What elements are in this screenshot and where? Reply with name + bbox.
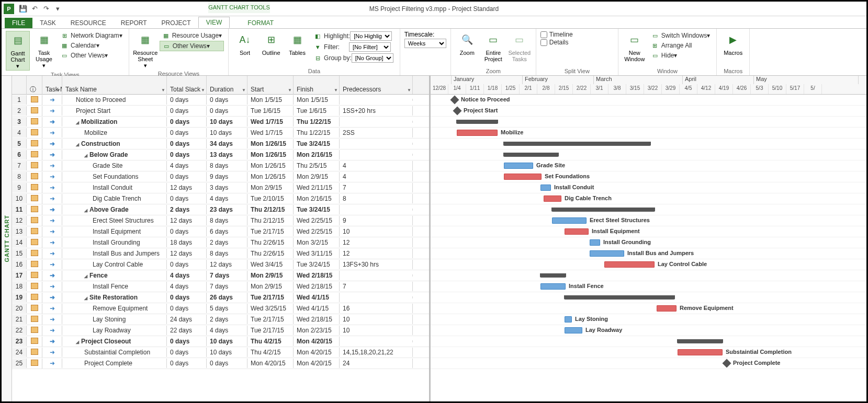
mode-cell[interactable]: ➜ [42, 238, 62, 247]
mode-cell[interactable]: ➜ [42, 95, 62, 105]
name-cell[interactable]: Lay Stoning [62, 315, 167, 324]
mode-cell[interactable]: ➜ [42, 348, 62, 357]
dur-cell[interactable]: 9 days [207, 172, 247, 181]
slack-cell[interactable]: 0 days [167, 128, 207, 137]
name-cell[interactable]: Project Complete [62, 359, 167, 368]
dur-cell[interactable]: 12 days [207, 260, 247, 269]
collapse-icon[interactable] [84, 294, 89, 301]
finish-cell[interactable]: Tue 3/24/15 [294, 139, 340, 148]
dur-cell[interactable]: 10 days [207, 348, 247, 357]
milestone-marker[interactable] [723, 359, 731, 368]
gantt-bar[interactable] [565, 316, 572, 323]
mode-cell[interactable]: ➜ [42, 337, 62, 346]
col-finish[interactable]: Finish▼ [294, 76, 340, 94]
dur-cell[interactable]: 10 days [207, 337, 247, 346]
dur-cell[interactable]: 3 days [207, 183, 247, 192]
finish-cell[interactable]: Thu 2/5/15 [294, 161, 340, 170]
slack-cell[interactable]: 0 days [167, 139, 207, 148]
mode-cell[interactable]: ➜ [42, 304, 62, 313]
mode-cell[interactable]: ➜ [42, 216, 62, 225]
slack-cell[interactable]: 0 days [167, 117, 207, 126]
slack-cell[interactable]: 12 days [167, 249, 207, 258]
slack-cell[interactable]: 18 days [167, 238, 207, 247]
qat-dropdown-icon[interactable]: ▾ [52, 3, 63, 15]
collapse-icon[interactable] [84, 151, 89, 158]
name-cell[interactable]: Install Bus and Jumpers [62, 249, 167, 258]
mode-cell[interactable]: ➜ [42, 205, 62, 214]
dur-cell[interactable]: 5 days [207, 304, 247, 313]
name-cell[interactable]: Project Closeout [62, 337, 167, 346]
dur-cell[interactable]: 2 days [207, 238, 247, 247]
name-cell[interactable]: Install Fence [62, 282, 167, 291]
slack-cell[interactable]: 0 days [167, 172, 207, 181]
gantt-bar[interactable] [457, 130, 498, 136]
table-row[interactable]: 18➜Install Fence4 days7 daysMon 2/9/15We… [12, 281, 429, 292]
gantt-bar[interactable] [504, 163, 533, 169]
dur-cell[interactable]: 23 days [207, 205, 247, 214]
tab-format[interactable]: FORMAT [240, 18, 281, 28]
pred-cell[interactable]: 14,15,18,20,21,22 [340, 348, 413, 357]
start-cell[interactable]: Wed 1/7/15 [247, 128, 294, 137]
new-window-button[interactable]: ▭New Window [623, 31, 647, 63]
dur-cell[interactable]: 7 days [207, 282, 247, 291]
mode-cell[interactable]: ➜ [42, 161, 62, 170]
name-cell[interactable]: Install Conduit [62, 183, 167, 192]
view-sidebar[interactable]: GANTT CHART [2, 76, 12, 401]
start-cell[interactable]: Mon 2/9/15 [247, 271, 294, 280]
row-number[interactable]: 16 [12, 260, 27, 269]
pred-cell[interactable]: 24 [340, 359, 413, 368]
name-cell[interactable]: Site Restoration [62, 293, 167, 302]
tab-project[interactable]: PROJECT [154, 18, 198, 28]
gantt-bar[interactable] [544, 195, 561, 202]
gantt-bar[interactable] [590, 250, 624, 257]
start-cell[interactable]: Tue 2/17/15 [247, 315, 294, 324]
name-cell[interactable]: Lay Roadway [62, 326, 167, 335]
finish-cell[interactable]: Wed 2/11/15 [294, 183, 340, 192]
gantt-bar[interactable] [678, 349, 723, 355]
name-cell[interactable]: Set Foundations [62, 172, 167, 181]
start-cell[interactable]: Mon 4/20/15 [247, 359, 294, 368]
mode-cell[interactable]: ➜ [42, 150, 62, 159]
gantt-bar[interactable] [540, 283, 566, 290]
table-row[interactable]: 22➜Lay Roadway22 days4 daysTue 2/17/15Mo… [12, 325, 429, 336]
gantt-chart[interactable]: JanuaryFebruaryMarchAprilMay 12/281/41/1… [431, 76, 866, 401]
row-number[interactable]: 7 [12, 161, 27, 170]
slack-cell[interactable]: 12 days [167, 183, 207, 192]
table-row[interactable]: 23➜Project Closeout0 days10 daysThu 4/2/… [12, 336, 429, 347]
arrange-all-button[interactable]: ⊞Arrange All [649, 41, 712, 50]
slack-cell[interactable]: 22 days [167, 326, 207, 335]
mode-cell[interactable]: ➜ [42, 117, 62, 126]
save-icon[interactable]: 💾 [17, 3, 29, 15]
row-number[interactable]: 22 [12, 326, 27, 335]
row-number[interactable]: 12 [12, 216, 27, 225]
slack-cell[interactable]: 0 days [167, 95, 207, 105]
collapse-icon[interactable] [76, 140, 81, 147]
start-cell[interactable]: Thu 4/2/15 [247, 337, 294, 346]
finish-cell[interactable]: Wed 4/1/15 [294, 304, 340, 313]
start-cell[interactable]: Thu 2/26/15 [247, 249, 294, 258]
gantt-bar[interactable] [540, 185, 551, 191]
start-cell[interactable]: Tue 2/17/15 [247, 293, 294, 302]
start-cell[interactable]: Wed 1/7/15 [247, 117, 294, 126]
sort-button[interactable]: A↓Sort [233, 31, 257, 57]
pred-cell[interactable]: 10 [340, 326, 413, 335]
finish-cell[interactable]: Thu 1/22/15 [294, 128, 340, 137]
tab-view[interactable]: VIEW [198, 17, 230, 28]
col-select-all[interactable] [12, 76, 27, 94]
col-start[interactable]: Start▼ [247, 76, 294, 94]
finish-cell[interactable]: Wed 2/18/15 [294, 271, 340, 280]
table-row[interactable]: 2➜Project Start0 days0 daysTue 1/6/15Tue… [12, 106, 429, 117]
gantt-bar[interactable] [565, 295, 674, 300]
finish-cell[interactable]: Mon 1/5/15 [294, 95, 340, 105]
pred-cell[interactable]: 2SS [340, 128, 413, 137]
name-cell[interactable]: Below Grade [62, 150, 167, 159]
start-cell[interactable]: Mon 1/26/15 [247, 150, 294, 159]
slack-cell[interactable]: 0 days [167, 260, 207, 269]
gantt-bar[interactable] [504, 142, 650, 146]
table-row[interactable]: 20➜Remove Equipment0 days5 daysWed 3/25/… [12, 303, 429, 314]
dur-cell[interactable]: 4 days [207, 326, 247, 335]
gantt-bar[interactable] [678, 339, 723, 343]
row-number[interactable]: 17 [12, 271, 27, 280]
pred-cell[interactable]: 4 [340, 172, 413, 181]
col-name[interactable]: Task Name▼ [62, 76, 167, 94]
